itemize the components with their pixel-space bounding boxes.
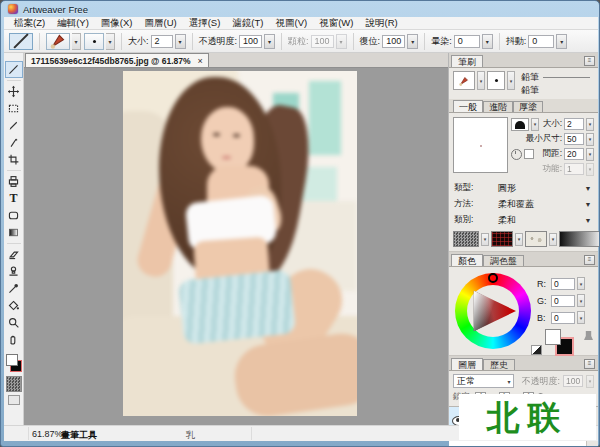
tool-hand[interactable]	[5, 331, 23, 348]
spacing-spinner[interactable]	[586, 148, 594, 161]
g-input[interactable]: 0	[551, 295, 575, 307]
brush-preset-picker[interactable]	[46, 33, 81, 50]
tool-move[interactable]	[5, 83, 23, 100]
canvas[interactable]	[24, 68, 448, 425]
brush-size-spinner[interactable]	[586, 118, 594, 131]
brush-category-button[interactable]	[453, 71, 475, 90]
tab-general[interactable]: 一般	[453, 100, 483, 112]
color-wheel[interactable]	[455, 273, 531, 349]
noise-texture-button[interactable]	[453, 231, 479, 247]
foreground-color-swatch[interactable]	[6, 354, 18, 366]
tool-pen[interactable]	[5, 134, 23, 151]
tool-shape[interactable]	[5, 207, 23, 224]
category-value[interactable]: 柔和	[484, 214, 579, 227]
pattern-swatch[interactable]	[6, 376, 22, 392]
tab-advanced[interactable]: 進階	[483, 101, 513, 112]
tool-zoom[interactable]	[5, 314, 23, 331]
size-spinner[interactable]	[175, 34, 186, 49]
tool-eyedropper[interactable]	[5, 280, 23, 297]
menu-help[interactable]: 說明(R)	[359, 17, 403, 30]
timing-checkbox[interactable]	[524, 149, 534, 159]
blend-mode-select[interactable]: 正常	[453, 374, 514, 388]
line-mode-button[interactable]	[9, 33, 33, 50]
brush-preset-button[interactable]	[46, 33, 70, 50]
brush-preset-dropdown[interactable]	[72, 33, 81, 50]
chevron-down-icon[interactable]: ▼	[583, 185, 593, 192]
tool-clone[interactable]	[5, 173, 23, 190]
bleed-input[interactable]: 0	[454, 35, 480, 48]
tool-fill[interactable]	[5, 297, 23, 314]
min-size-input[interactable]: 50	[564, 133, 584, 145]
menu-file[interactable]: 檔案(Z)	[8, 17, 51, 30]
min-size-spinner[interactable]	[586, 133, 594, 146]
brush-category-dropdown[interactable]	[477, 71, 485, 90]
tool-rect-select[interactable]	[5, 100, 23, 117]
menu-filter[interactable]: 濾鏡(T)	[226, 17, 269, 30]
menu-image[interactable]: 圖像(X)	[95, 17, 139, 30]
menu-window[interactable]: 視窗(W)	[313, 17, 359, 30]
tool-gradient[interactable]	[5, 224, 23, 241]
paper-swatch[interactable]	[8, 395, 20, 405]
b-input[interactable]: 0	[551, 312, 575, 324]
tab-impasto[interactable]: 厚塗	[513, 101, 543, 112]
paper-texture-button[interactable]	[525, 231, 547, 247]
opacity-input[interactable]: 100	[239, 35, 262, 48]
chevron-down-icon[interactable]: ▼	[583, 217, 593, 224]
chevron-down-icon[interactable]: ▼	[583, 201, 593, 208]
panel-menu-icon[interactable]	[584, 255, 595, 265]
r-input[interactable]: 0	[551, 278, 575, 290]
menu-select[interactable]: 選擇(S)	[183, 17, 227, 30]
tool-pencil[interactable]	[5, 117, 23, 134]
close-icon[interactable]: ×	[198, 57, 203, 65]
menu-layer[interactable]: 圖層(U)	[138, 17, 182, 30]
method-value[interactable]: 柔和覆蓋	[484, 198, 579, 211]
jitter-spinner[interactable]	[556, 34, 567, 49]
tool-text[interactable]: T	[5, 190, 23, 207]
tool-line[interactable]	[5, 61, 23, 78]
noise-texture-dropdown[interactable]	[481, 233, 489, 246]
stroke-preset-button[interactable]	[84, 33, 104, 50]
hue-marker[interactable]	[488, 273, 498, 283]
jitter-input[interactable]: 0	[528, 35, 554, 48]
b-spinner[interactable]	[577, 311, 585, 324]
document-tab[interactable]: 17115639e6c12f45db8765.jpg @ 61.87% ×	[25, 53, 209, 67]
stroke-preset-picker[interactable]	[84, 33, 115, 50]
type-value[interactable]: 圓形	[484, 182, 579, 195]
foreground-color-swatch[interactable]	[545, 329, 561, 345]
resat-spinner[interactable]	[407, 34, 418, 49]
tab-layers[interactable]: 圖層	[451, 358, 483, 370]
tab-history[interactable]: 歷史	[483, 359, 515, 370]
tab-swatches[interactable]: 調色盤	[483, 255, 524, 266]
menu-view[interactable]: 視圖(V)	[270, 17, 314, 30]
tool-stamp[interactable]	[5, 263, 23, 280]
gradient-preview-button[interactable]	[559, 231, 600, 247]
status-zoom-level[interactable]: 61.87%	[32, 429, 63, 439]
tab-color[interactable]: 顏色	[451, 254, 483, 266]
tool-eraser[interactable]	[5, 246, 23, 263]
menu-edit[interactable]: 編輯(Y)	[51, 17, 95, 30]
color-picker-icon[interactable]	[584, 331, 593, 340]
title-bar[interactable]: Artweaver Free	[1, 1, 599, 17]
brush-tip-button[interactable]	[511, 118, 529, 131]
brush-size-input[interactable]: 2	[564, 118, 584, 130]
spacing-input[interactable]: 20	[564, 148, 584, 160]
tab-brush[interactable]: 筆刷	[451, 55, 483, 67]
stroke-preset-dropdown[interactable]	[106, 33, 115, 50]
paper-texture-dropdown[interactable]	[549, 233, 557, 246]
brush-variant-button[interactable]	[487, 71, 505, 90]
bleed-spinner[interactable]	[482, 34, 493, 49]
brush-tip-dropdown[interactable]	[531, 118, 539, 131]
panel-menu-icon[interactable]	[584, 359, 595, 369]
default-colors-icon[interactable]	[531, 345, 542, 355]
g-spinner[interactable]	[577, 294, 585, 307]
r-spinner[interactable]	[577, 277, 585, 290]
g-label: G:	[537, 296, 549, 306]
tool-crop[interactable]	[5, 151, 23, 168]
size-input[interactable]: 2	[151, 35, 173, 48]
grid-texture-dropdown[interactable]	[515, 233, 523, 246]
resat-input[interactable]: 100	[382, 35, 405, 48]
brush-variant-dropdown[interactable]	[507, 71, 515, 90]
grid-texture-button[interactable]	[491, 231, 513, 247]
opacity-spinner[interactable]	[264, 34, 275, 49]
panel-menu-icon[interactable]	[584, 56, 595, 66]
